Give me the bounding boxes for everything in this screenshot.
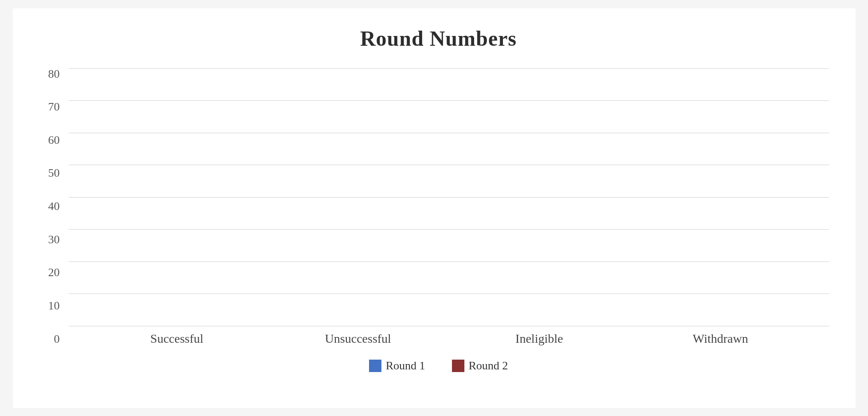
- legend-item-round2: Round 2: [452, 359, 508, 372]
- bars-row: [69, 68, 829, 326]
- x-axis-label: Withdrawn: [678, 332, 763, 346]
- chart-legend: Round 1 Round 2: [48, 359, 829, 372]
- legend-label-round2: Round 2: [469, 359, 508, 372]
- x-axis-label: Ineligible: [497, 332, 582, 346]
- x-axis: SuccessfulUnsuccessfulIneligibleWithdraw…: [69, 332, 829, 346]
- legend-label-round1: Round 1: [386, 359, 425, 372]
- y-axis-label: 70: [48, 101, 60, 113]
- legend-item-round1: Round 1: [369, 359, 425, 372]
- x-axis-label: Successful: [134, 332, 220, 346]
- chart-container: Round Numbers 01020304050607080 Successf…: [13, 8, 856, 408]
- y-axis: 01020304050607080: [48, 68, 69, 346]
- legend-swatch-round1: [369, 360, 381, 372]
- y-axis-label: 60: [48, 135, 60, 146]
- y-axis-label: 20: [48, 267, 60, 278]
- y-axis-label: 50: [48, 167, 60, 179]
- y-axis-label: 40: [48, 201, 60, 212]
- y-axis-label: 10: [48, 300, 60, 312]
- y-axis-label: 0: [48, 333, 60, 345]
- chart-title: Round Numbers: [360, 26, 517, 51]
- grid-and-bars: [69, 68, 829, 326]
- y-axis-label: 80: [48, 68, 60, 80]
- chart-area: 01020304050607080 SuccessfulUnsuccessful…: [48, 68, 829, 372]
- plot-area: SuccessfulUnsuccessfulIneligibleWithdraw…: [69, 68, 829, 346]
- x-axis-label: Unsuccessful: [315, 332, 401, 346]
- y-axis-label: 30: [48, 234, 60, 246]
- chart-inner: 01020304050607080 SuccessfulUnsuccessful…: [48, 68, 829, 346]
- legend-swatch-round2: [452, 360, 464, 372]
